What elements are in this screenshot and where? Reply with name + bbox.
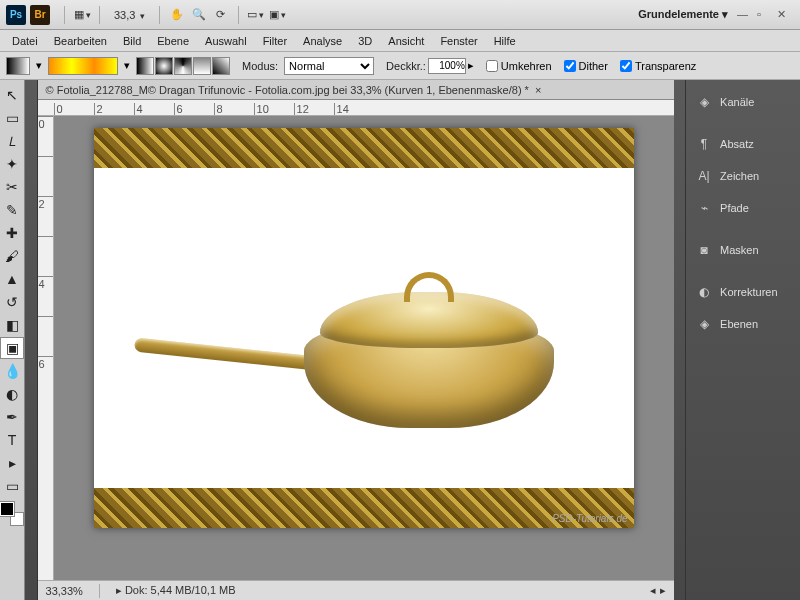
type-tool[interactable]: T	[0, 429, 24, 451]
panel-masken[interactable]: ◙Masken	[686, 234, 800, 266]
heal-tool[interactable]: ✚	[0, 222, 24, 244]
lasso-tool[interactable]: 𝘓	[0, 130, 24, 152]
panel-pfade[interactable]: ⌁Pfade	[686, 192, 800, 224]
titlebar: Ps Br ▦▾ 33,3 ▾ ✋ 🔍 ⟳ ▭▾ ▣▾ Grundelement…	[0, 0, 800, 30]
adjustments-icon: ◐	[696, 284, 712, 300]
menu-datei[interactable]: Datei	[4, 33, 46, 49]
diamond-gradient-icon[interactable]	[212, 57, 230, 75]
channels-icon: ◈	[696, 94, 712, 110]
pen-tool[interactable]: ✒	[0, 406, 24, 428]
menu-fenster[interactable]: Fenster	[432, 33, 485, 49]
ruler-horizontal: 02468101214	[38, 100, 674, 116]
status-zoom[interactable]: 33,33%	[46, 585, 83, 597]
panels-dock: ◈Kanäle ¶Absatz A|Zeichen ⌁Pfade ◙Masken…	[686, 80, 800, 600]
menu-bearbeiten[interactable]: Bearbeiten	[46, 33, 115, 49]
watermark: PSD-Tutorials.de	[552, 513, 627, 524]
tools-panel: ↖ ▭ 𝘓 ✦ ✂ ✎ ✚ 🖌 ▲ ↺ ◧ ▣ 💧 ◐ ✒ T ▸ ▭	[0, 80, 25, 600]
brush-tool[interactable]: 🖌	[0, 245, 24, 267]
panel-kanaele[interactable]: ◈Kanäle	[686, 86, 800, 118]
maximize-icon[interactable]: ▫	[757, 8, 771, 22]
photoshop-window: Ps Br ▦▾ 33,3 ▾ ✋ 🔍 ⟳ ▭▾ ▣▾ Grundelement…	[0, 0, 800, 600]
stamp-tool[interactable]: ▲	[0, 268, 24, 290]
move-tool[interactable]: ↖	[0, 84, 24, 106]
deckkr-arrow-icon[interactable]: ▸	[468, 59, 474, 72]
panel-zeichen[interactable]: A|Zeichen	[686, 160, 800, 192]
deckkr-input[interactable]	[428, 58, 466, 74]
transparenz-checkbox[interactable]: Transparenz	[620, 60, 696, 72]
menubar: Datei Bearbeiten Bild Ebene Auswahl Filt…	[0, 30, 800, 52]
angle-gradient-icon[interactable]	[174, 57, 192, 75]
masks-icon: ◙	[696, 242, 712, 258]
deckkr-label: Deckkr.:	[386, 60, 426, 72]
menu-ansicht[interactable]: Ansicht	[380, 33, 432, 49]
collapsed-panel-right[interactable]	[674, 80, 687, 600]
blur-tool[interactable]: 💧	[0, 360, 24, 382]
ruler-vertical: 0246	[38, 116, 54, 580]
tool-preset[interactable]	[6, 57, 30, 75]
dither-checkbox[interactable]: Dither	[564, 60, 608, 72]
gradient-preview[interactable]	[48, 57, 118, 75]
paths-icon: ⌁	[696, 200, 712, 216]
zoom-icon[interactable]: 🔍	[191, 7, 207, 23]
history-brush-tool[interactable]: ↺	[0, 291, 24, 313]
menu-3d[interactable]: 3D	[350, 33, 380, 49]
menu-bild[interactable]: Bild	[115, 33, 149, 49]
status-doc: Dok: 5,44 MB/10,1 MB	[125, 584, 236, 596]
rotate-icon[interactable]: ⟳	[213, 7, 229, 23]
workspace-selector[interactable]: Grundelemente ▾	[638, 8, 728, 21]
wand-tool[interactable]: ✦	[0, 153, 24, 175]
shape-tool[interactable]: ▭	[0, 475, 24, 497]
color-swatches[interactable]	[0, 502, 24, 526]
menu-hilfe[interactable]: Hilfe	[486, 33, 524, 49]
gradient-tool[interactable]: ▣	[0, 337, 24, 359]
close-icon[interactable]: ✕	[777, 8, 791, 22]
menu-ebene[interactable]: Ebene	[149, 33, 197, 49]
canvas-viewport[interactable]: PSD-Tutorials.de	[54, 116, 674, 580]
canvas: PSD-Tutorials.de	[94, 128, 634, 528]
panel-ebenen[interactable]: ◈Ebenen	[686, 308, 800, 340]
eyedropper-tool[interactable]: ✎	[0, 199, 24, 221]
bridge-icon[interactable]: Br	[30, 5, 50, 25]
menu-auswahl[interactable]: Auswahl	[197, 33, 255, 49]
document-tab[interactable]: © Fotolia_212788_M© Dragan Trifunovic - …	[38, 80, 674, 100]
status-bar: 33,33% ▸ Dok: 5,44 MB/10,1 MB ◂ ▸	[38, 580, 674, 600]
reflected-gradient-icon[interactable]	[193, 57, 211, 75]
zoom-level[interactable]: 33,3 ▾	[114, 9, 145, 21]
hand-icon[interactable]: ✋	[169, 7, 185, 23]
eraser-tool[interactable]: ◧	[0, 314, 24, 336]
ornate-border-top	[94, 128, 634, 168]
menu-analyse[interactable]: Analyse	[295, 33, 350, 49]
menu-filter[interactable]: Filter	[255, 33, 295, 49]
document-area: © Fotolia_212788_M© Dragan Trifunovic - …	[38, 80, 674, 600]
umkehren-checkbox[interactable]: Umkehren	[486, 60, 552, 72]
linear-gradient-icon[interactable]	[136, 57, 154, 75]
workarea: ↖ ▭ 𝘓 ✦ ✂ ✎ ✚ 🖌 ▲ ↺ ◧ ▣ 💧 ◐ ✒ T ▸ ▭ © Fo…	[0, 80, 800, 600]
radial-gradient-icon[interactable]	[155, 57, 173, 75]
panel-korrekturen[interactable]: ◐Korrekturen	[686, 276, 800, 308]
minimize-icon[interactable]: —	[737, 8, 751, 22]
path-select-tool[interactable]: ▸	[0, 452, 24, 474]
modus-label: Modus:	[242, 60, 278, 72]
arrange-icon[interactable]: ▭▾	[248, 7, 264, 23]
tab-close-icon[interactable]: ×	[535, 84, 541, 96]
modus-select[interactable]: Normal	[284, 57, 374, 75]
character-icon: A|	[696, 168, 712, 184]
collapsed-panel-left[interactable]	[25, 80, 38, 600]
app-icon[interactable]: Ps	[6, 5, 26, 25]
dodge-tool[interactable]: ◐	[0, 383, 24, 405]
crop-tool[interactable]: ✂	[0, 176, 24, 198]
layers-icon: ◈	[696, 316, 712, 332]
layout-icon[interactable]: ▦▾	[74, 7, 90, 23]
screen-mode-icon[interactable]: ▣▾	[270, 7, 286, 23]
gradient-types	[136, 57, 230, 75]
golden-pan-image	[154, 258, 594, 458]
options-bar: ▾ ▾ Modus: Normal Deckkr.: ▸ Umkehren Di…	[0, 52, 800, 80]
panel-absatz[interactable]: ¶Absatz	[686, 128, 800, 160]
paragraph-icon: ¶	[696, 136, 712, 152]
marquee-tool[interactable]: ▭	[0, 107, 24, 129]
